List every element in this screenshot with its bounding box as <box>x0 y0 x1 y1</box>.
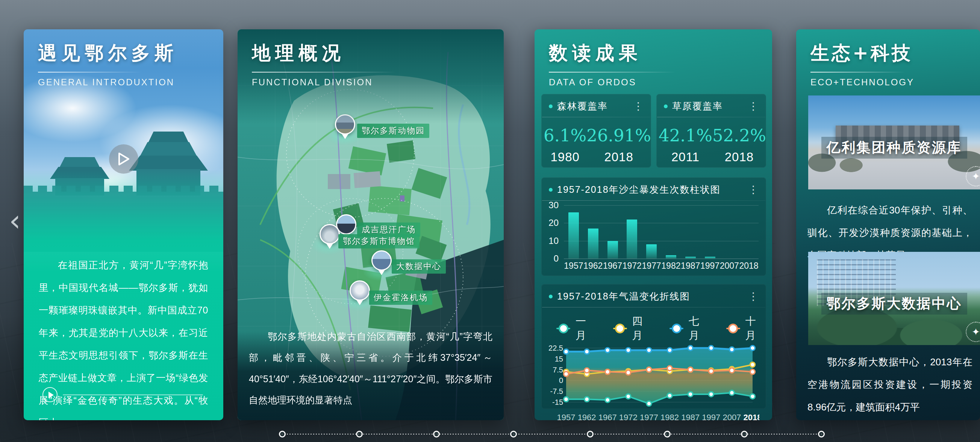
legend-label: 十月 <box>745 314 767 343</box>
y-axis-tick: 20 <box>541 218 558 228</box>
legend-label: 四月 <box>632 314 653 343</box>
legend-label: 七月 <box>689 314 710 343</box>
panel3-subtitle: DATA OF ORDOS <box>549 77 761 87</box>
timeline-dot[interactable] <box>741 431 748 437</box>
carousel-prev-icon[interactable]: ‹ <box>9 206 21 235</box>
bar-chart-title: 1957-2018年沙尘暴发生次数柱状图 <box>557 183 721 196</box>
kebab-menu-icon[interactable]: ⋮ <box>748 101 759 111</box>
map-pin[interactable] <box>335 114 355 135</box>
panel-general-introduction: 遇见鄂尔多斯 GENERAL INTRODUXTION 在祖国正北方，黄河“几”… <box>24 29 223 420</box>
title-divider <box>38 72 142 73</box>
panel2-title: 地理概况 <box>252 41 492 66</box>
timeline-dot[interactable] <box>818 431 825 437</box>
x-axis-tick: 1967 <box>603 261 622 271</box>
timeline-dot[interactable] <box>433 431 440 437</box>
photo-caption: 亿利集团种质资源库 <box>821 137 967 159</box>
svg-text:0: 0 <box>559 376 563 385</box>
stat-year: 2018 <box>712 150 766 164</box>
title-divider <box>549 72 676 73</box>
kebab-menu-icon[interactable]: ⋮ <box>748 291 759 302</box>
stat-year: 1980 <box>544 150 586 164</box>
video-play-button[interactable] <box>109 144 138 173</box>
stat-year: 2018 <box>586 150 651 164</box>
x-axis-tick: 1962 <box>584 261 603 271</box>
map-pin-label[interactable]: 鄂尔多斯动物园 <box>357 124 429 138</box>
grid-line <box>564 259 759 259</box>
timeline-dot[interactable] <box>587 431 593 437</box>
legend-item[interactable]: 十月 <box>726 314 767 343</box>
y-axis-tick: 30 <box>541 200 558 210</box>
panel4-subtitle: ECO+TECHNOLOGY <box>810 77 969 87</box>
map-pin[interactable] <box>350 280 370 300</box>
photo-big-data-center[interactable]: 鄂尔多斯大数据中心 ✦ <box>808 252 980 345</box>
stat-card-title: 森林覆盖率 <box>557 100 608 112</box>
legend-marker <box>726 328 740 329</box>
audio-play-button[interactable] <box>43 387 57 402</box>
map-pin[interactable] <box>320 224 340 244</box>
legend-item[interactable]: 四月 <box>613 314 653 343</box>
bar <box>627 219 637 259</box>
bullet-dot-icon <box>549 188 553 192</box>
card-divider <box>542 307 765 307</box>
photo-caption: 鄂尔多斯大数据中心 <box>821 293 967 315</box>
grid-line <box>564 223 759 223</box>
bar <box>646 244 657 259</box>
line-chart: 22.5157.50-7.5-1519571962196719721977198… <box>547 343 759 420</box>
svg-text:22.5: 22.5 <box>549 344 563 352</box>
audio-progress-bar[interactable] <box>63 394 203 395</box>
map-pin-label[interactable]: 大数据中心 <box>392 259 446 273</box>
legend-item[interactable]: 一月 <box>556 314 597 343</box>
photo-seed-bank[interactable]: 亿利集团种质资源库 ✦ <box>808 95 980 189</box>
bullet-dot-icon <box>664 105 668 108</box>
compass-glyph: ✦ <box>972 326 980 338</box>
timeline-dot[interactable] <box>356 431 363 437</box>
map-pin[interactable] <box>371 250 392 270</box>
bar <box>608 241 618 259</box>
legend-item[interactable]: 七月 <box>670 314 710 343</box>
panel1-title: 遇见鄂尔多斯 <box>38 41 212 66</box>
card-divider <box>657 117 765 117</box>
timeline-pagination <box>279 431 825 437</box>
panel3-title: 数读成果 <box>549 41 761 66</box>
x-axis-tick: 1957 <box>564 261 584 271</box>
bar-chart: 0102030195719621967197219771982198719972… <box>541 202 766 275</box>
legend-dot <box>728 324 738 333</box>
card-divider <box>542 200 765 201</box>
kebab-menu-icon[interactable]: ⋮ <box>633 101 644 111</box>
stat-card-title: 草原覆盖率 <box>672 100 723 112</box>
y-axis-tick: 0 <box>541 253 558 264</box>
timeline-dot[interactable] <box>279 431 286 437</box>
svg-text:1977: 1977 <box>640 413 658 420</box>
timeline-dot[interactable] <box>664 431 671 437</box>
svg-text:1962: 1962 <box>578 413 596 420</box>
x-axis-tick: 1982 <box>661 261 681 271</box>
stat-value-block: 26.91% 2018 <box>586 126 651 164</box>
map-pin-label[interactable]: 鄂尔多斯市博物馆 <box>338 234 420 248</box>
x-axis-tick: 2007 <box>719 261 739 271</box>
svg-text:1982: 1982 <box>660 413 679 420</box>
svg-text:1997: 1997 <box>702 413 720 420</box>
legend-marker <box>613 328 627 329</box>
x-axis-tick: 1997 <box>700 261 720 271</box>
title-divider <box>252 72 396 73</box>
bar-chart-card: 1957-2018年沙尘暴发生次数柱状图 ⋮ 01020301957196219… <box>541 177 766 276</box>
svg-text:2018: 2018 <box>743 413 759 420</box>
panel4-title: 生态+科技 <box>810 41 969 66</box>
stat-value-block: 52.2% 2018 <box>712 126 766 164</box>
stat-value: 6.1% <box>544 126 586 145</box>
stat-card-forest-coverage: 森林覆盖率 ⋮ 6.1% 1980 26.91% 2018 <box>541 94 651 168</box>
compass-glyph: ✦ <box>972 171 980 182</box>
svg-text:15: 15 <box>555 355 563 363</box>
x-axis-tick: 2018 <box>739 261 759 271</box>
stat-value: 42.1% <box>659 126 712 145</box>
audio-player <box>43 387 203 402</box>
legend-dot <box>558 324 568 333</box>
map-pin-label[interactable]: 伊金霍洛机场 <box>369 291 432 305</box>
legend-marker <box>556 328 570 329</box>
kebab-menu-icon[interactable]: ⋮ <box>748 184 759 195</box>
geography-paragraph: 鄂尔多斯地处内蒙古自治区西南部，黄河“几”字弯北部，毗邻晋、陕、宁三省。介于北纬… <box>249 326 492 410</box>
timeline-dot[interactable] <box>510 431 517 437</box>
stat-value: 52.2% <box>712 126 766 145</box>
data-center-paragraph: 鄂尔多斯大数据中心，2013年在空港物流园区投资建设，一期投资8.96亿元，建筑… <box>807 351 972 418</box>
line-chart-card: 1957-2018年气温变化折线图 ⋮ 一月四月七月十月 22.5157.50-… <box>541 284 766 409</box>
